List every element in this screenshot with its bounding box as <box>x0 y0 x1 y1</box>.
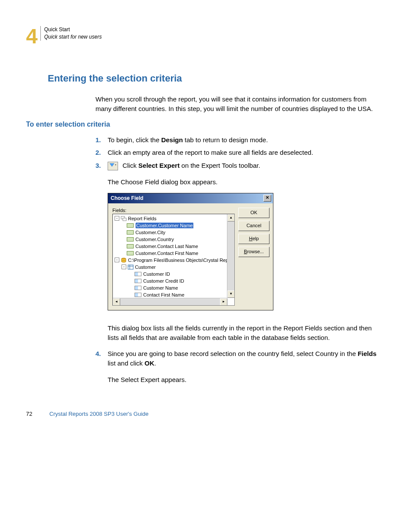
scroll-left-icon[interactable]: ◂ <box>113 298 120 306</box>
step-4: 4. Since you are going to base record se… <box>95 349 379 368</box>
tree-label: Customer.Country <box>135 237 174 242</box>
svg-point-6 <box>122 261 126 262</box>
tree-label: Customer ID <box>143 271 170 277</box>
chapter-title: Quick Start <box>44 26 102 33</box>
dialog-title: Choose Field <box>111 195 143 201</box>
step-number: 1. <box>95 135 108 145</box>
step-2: 2. Click an empty area of the report to … <box>95 148 379 157</box>
table-icon <box>128 264 134 270</box>
tree-field-city[interactable]: Customer.City <box>114 229 234 236</box>
tree-field-contact-first-name[interactable]: Customer.Contact First Name <box>114 250 234 257</box>
scroll-down-icon[interactable]: ▾ <box>227 290 235 298</box>
page-number: 72 <box>26 411 48 417</box>
field-icon <box>127 244 134 248</box>
ok-label-bold: OK <box>145 359 154 367</box>
tree-dbfield-credit-id[interactable]: Customer Credit ID <box>114 277 234 284</box>
step-number: 3. <box>95 161 108 170</box>
tree-field-contact-last-name[interactable]: Customer.Contact Last Name <box>114 243 234 250</box>
tree-field-country[interactable]: Customer.Country <box>114 236 234 243</box>
tree-label: Customer <box>135 264 156 270</box>
fields-label: Fields: <box>112 208 235 213</box>
field-icon <box>135 272 141 276</box>
tree-label: Report Fields <box>128 216 156 221</box>
collapse-icon[interactable]: - <box>115 258 119 262</box>
scroll-up-icon[interactable]: ▴ <box>227 214 235 222</box>
header-text: Quick Start Quick start for new users <box>40 26 102 41</box>
step-1: 1. To begin, click the Design tab to ret… <box>95 135 379 145</box>
step-text: tab to return to design mode. <box>183 136 268 144</box>
fields-tree[interactable]: - Report Fields Customer.Customer Name <box>112 214 235 306</box>
step-text: on the Expert Tools toolbar. <box>180 162 260 169</box>
step-text: . <box>154 359 156 367</box>
tree-label: Contact First Name <box>143 292 184 297</box>
tree-label-selected: Customer.Customer Name <box>135 222 194 228</box>
step-text: Click <box>122 162 138 169</box>
guide-title: Crystal Reports 2008 SP3 User's Guide <box>49 411 149 417</box>
step-3: 3. Click Select Expert on the Expert Too… <box>95 161 379 170</box>
tree-label: Customer.City <box>135 230 165 235</box>
subsection-heading: To enter selection criteria <box>26 121 379 128</box>
browse-button[interactable]: Browse... <box>238 247 269 257</box>
cancel-button[interactable]: Cancel <box>238 221 269 231</box>
collapse-icon[interactable]: - <box>115 216 119 221</box>
svg-marker-0 <box>110 163 114 166</box>
tree-label: Customer.Contact First Name <box>135 251 198 256</box>
step-number: 4. <box>95 349 108 359</box>
design-tab-label: Design <box>161 136 183 144</box>
step-result-text: The Choose Field dialog box appears. <box>108 177 379 187</box>
tree-dbfield-customer-name[interactable]: Customer Name <box>114 284 234 291</box>
ok-button[interactable]: OK <box>238 208 269 218</box>
tree-label: Customer.Contact Last Name <box>135 244 198 249</box>
collapse-icon[interactable]: - <box>122 264 126 269</box>
field-icon <box>135 286 141 290</box>
tree-dbfield-contact-first-name[interactable]: Contact First Name <box>114 291 234 298</box>
field-icon <box>135 279 141 283</box>
tree-node-database[interactable]: - C:\Program Files\Business Objects\Crys… <box>114 257 234 264</box>
select-expert-label: Select Expert <box>138 162 180 169</box>
field-icon <box>135 293 141 297</box>
database-icon <box>121 258 127 263</box>
svg-rect-3 <box>123 218 126 221</box>
tree-node-customer-table[interactable]: - Customer <box>114 264 234 271</box>
steps-list: 1. To begin, click the Design tab to ret… <box>95 135 379 171</box>
dialog-description: This dialog box lists all the fields cur… <box>108 323 379 343</box>
field-icon <box>127 237 134 242</box>
dialog-titlebar[interactable]: Choose Field ✕ <box>108 193 273 203</box>
svg-marker-1 <box>115 164 116 166</box>
select-expert-icon[interactable] <box>108 162 118 170</box>
chapter-subtitle: Quick start for new users <box>44 33 102 41</box>
vertical-scrollbar[interactable]: ▴ ▾ <box>227 214 234 298</box>
step-result-text: The Select Expert appears. <box>108 375 379 385</box>
step-number: 2. <box>95 148 108 157</box>
step-text: Click an empty area of the report to mak… <box>108 148 313 157</box>
report-fields-icon <box>121 216 127 221</box>
steps-list-continued: 4. Since you are going to base record se… <box>95 349 379 368</box>
page-header: 4 Quick Start Quick start for new users <box>26 26 379 47</box>
tree-dbfield-customer-id[interactable]: Customer ID <box>114 271 234 277</box>
section-heading: Entering the selection criteria <box>48 73 379 84</box>
tree-field-customer-name[interactable]: Customer.Customer Name <box>114 222 234 229</box>
step-text: To begin, click the <box>108 136 161 144</box>
step-text: Since you are going to base record selec… <box>108 350 358 357</box>
svg-rect-7 <box>128 265 133 269</box>
fields-label-bold: Fields <box>358 350 376 357</box>
horizontal-scrollbar[interactable]: ◂ ▸ <box>113 298 227 305</box>
scroll-right-icon[interactable]: ▸ <box>220 298 227 306</box>
field-icon <box>127 230 134 235</box>
close-icon[interactable]: ✕ <box>263 195 271 202</box>
page-footer: 72 Crystal Reports 2008 SP3 User's Guide <box>26 411 379 417</box>
tree-label: Customer Credit ID <box>143 278 184 284</box>
intro-paragraph: When you scroll through the report, you … <box>95 95 379 114</box>
chapter-number: 4 <box>26 26 38 47</box>
tree-node-report-fields[interactable]: - Report Fields <box>114 215 234 222</box>
field-icon <box>127 223 134 228</box>
help-button[interactable]: Help <box>238 234 269 244</box>
tree-label: Customer Name <box>143 285 178 290</box>
step-text: list and click <box>108 359 145 367</box>
choose-field-dialog: Choose Field ✕ Fields: - Report Fields <box>108 193 273 310</box>
tree-label: C:\Program Files\Business Objects\Crysta… <box>128 258 231 263</box>
field-icon <box>127 251 134 255</box>
